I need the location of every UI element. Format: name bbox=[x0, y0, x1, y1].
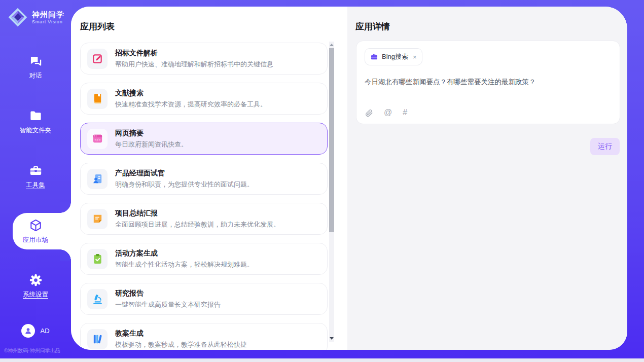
sidebar-item-label: 应用市场 bbox=[23, 236, 48, 244]
scrollbar-thumb[interactable] bbox=[329, 48, 334, 232]
app-name: 教案生成 bbox=[115, 329, 247, 338]
sidebar-item-app-market[interactable]: 应用市场 bbox=[0, 213, 71, 249]
app-desc: 明确身份和职责，为您提供专业性的面试问题。 bbox=[115, 180, 254, 189]
book-icon bbox=[92, 93, 103, 104]
at-icon[interactable]: @ bbox=[384, 108, 392, 117]
app-name: 招标文件解析 bbox=[115, 49, 273, 58]
avatar bbox=[21, 324, 35, 338]
app-list-item[interactable]: 文献搜索 快速精准查找学术资源，提高研究效率的必备工具。 bbox=[80, 83, 328, 115]
list-scrollbar[interactable] bbox=[329, 42, 334, 342]
app-list-panel: 应用列表 招标文件解析 帮助用户快速、准确地理解和解析招标书中的关键信息 bbox=[71, 7, 347, 350]
brand-logo: 神州问学 Smart Vision bbox=[7, 7, 64, 28]
brand-diamond-icon bbox=[7, 7, 28, 28]
pen-square-icon bbox=[92, 53, 103, 64]
copyright-text: ©神州数码·神州问学出品 bbox=[4, 347, 60, 354]
app-name: 网页摘要 bbox=[115, 129, 188, 138]
app-list-item[interactable]: 教案生成 模板驱动，教案秒成，教学准备从此轻松快捷 bbox=[80, 323, 328, 350]
person-icon bbox=[24, 327, 32, 335]
app-list-item[interactable]: 研究报告 一键智能生成高质量长文本研究报告 bbox=[80, 283, 328, 315]
query-text[interactable]: 今日湖北有哪些新闻要点？有哪些需要关注的最新政策？ bbox=[365, 78, 612, 87]
user-name: AD bbox=[40, 327, 49, 335]
microscope-icon bbox=[92, 293, 103, 305]
app-icon-tile: </> bbox=[87, 129, 108, 149]
app-list: 招标文件解析 帮助用户快速、准确地理解和解析招标书中的关键信息 文献搜索 bbox=[80, 43, 328, 350]
browser-code-icon: </> bbox=[92, 133, 103, 144]
content-card: 应用列表 招标文件解析 帮助用户快速、准确地理解和解析招标书中的关键信息 bbox=[71, 7, 627, 350]
app-list-item[interactable]: 产品经理面试官 明确身份和职责，为您提供专业性的面试问题。 bbox=[80, 163, 328, 195]
scroll-up-icon[interactable] bbox=[330, 44, 334, 46]
app-icon-tile bbox=[87, 249, 108, 269]
sidebar-item-label: 对话 bbox=[29, 71, 42, 80]
sidebar-item-label: 工具集 bbox=[26, 181, 45, 190]
folder-icon bbox=[29, 109, 43, 123]
app-name: 项目总结汇报 bbox=[115, 209, 280, 218]
chat-icon bbox=[29, 54, 43, 68]
app-icon-tile bbox=[87, 329, 108, 349]
gear-icon bbox=[29, 273, 43, 287]
toolbox-icon bbox=[29, 164, 43, 177]
app-name: 产品经理面试官 bbox=[115, 169, 254, 178]
brand-name: 神州问学 bbox=[32, 10, 64, 19]
app-desc: 一键智能生成高质量长文本研究报告 bbox=[115, 300, 221, 309]
app-icon-tile bbox=[87, 89, 108, 109]
sidebar-item-label: 系统设置 bbox=[23, 291, 48, 299]
svg-text:</>: </> bbox=[94, 138, 100, 142]
clipboard-check-icon bbox=[92, 253, 103, 265]
interview-doc-icon bbox=[92, 173, 103, 185]
cube-icon bbox=[29, 219, 43, 232]
sidebar-item-settings[interactable]: 系统设置 bbox=[0, 268, 71, 304]
app-desc: 智能生成个性化活动方案，轻松解决规划难题。 bbox=[115, 260, 254, 269]
attachment-toolbar: @ # bbox=[365, 108, 407, 117]
app-window: 神州问学 Smart Vision 对话 智能文件夹 bbox=[0, 0, 644, 362]
app-list-item[interactable]: 项目总结汇报 全面回顾项目进展，总结经验教训，助力未来优化发展。 bbox=[80, 203, 328, 235]
app-icon-tile bbox=[87, 209, 108, 229]
app-list-item[interactable]: 活动方案生成 智能生成个性化活动方案，轻松解决规划难题。 bbox=[80, 243, 328, 275]
scroll-down-icon[interactable] bbox=[330, 337, 334, 340]
briefcase-icon bbox=[370, 53, 378, 61]
app-desc: 模板驱动，教案秒成，教学准备从此轻松快捷 bbox=[115, 340, 247, 349]
sidebar-nav: 对话 智能文件夹 工具集 bbox=[0, 49, 71, 322]
app-list-item[interactable]: 招标文件解析 帮助用户快速、准确地理解和解析招标书中的关键信息 bbox=[80, 43, 328, 75]
tool-tag[interactable]: Bing搜索 × bbox=[365, 48, 422, 65]
app-list-item-selected[interactable]: </> 网页摘要 每日政府新闻资讯快查。 bbox=[80, 123, 328, 155]
hash-icon[interactable]: # bbox=[403, 108, 407, 117]
sidebar-item-chat[interactable]: 对话 bbox=[0, 49, 71, 85]
app-icon-tile bbox=[87, 169, 108, 189]
close-icon[interactable]: × bbox=[413, 53, 417, 61]
app-name: 研究报告 bbox=[115, 289, 221, 298]
run-button[interactable]: 运行 bbox=[590, 138, 620, 155]
app-icon-tile bbox=[87, 49, 108, 69]
app-name: 活动方案生成 bbox=[115, 249, 254, 258]
app-name: 文献搜索 bbox=[115, 89, 267, 98]
app-detail-panel: 应用详情 Bing搜索 × 今日湖北有哪些新闻要点？有哪些需要关注的最新政策？ bbox=[347, 7, 627, 350]
brand-subtitle: Smart Vision bbox=[32, 19, 64, 24]
app-desc: 快速精准查找学术资源，提高研究效率的必备工具。 bbox=[115, 100, 267, 109]
app-desc: 全面回顾项目进展，总结经验教训，助力未来优化发展。 bbox=[115, 220, 280, 229]
sidebar-item-smart-folders[interactable]: 智能文件夹 bbox=[0, 103, 71, 140]
sidebar-item-toolset[interactable]: 工具集 bbox=[0, 158, 71, 195]
query-card[interactable]: Bing搜索 × 今日湖北有哪些新闻要点？有哪些需要关注的最新政策？ @ # bbox=[356, 41, 620, 124]
app-desc: 帮助用户快速、准确地理解和解析招标书中的关键信息 bbox=[115, 60, 273, 69]
sidebar-item-label: 智能文件夹 bbox=[20, 126, 52, 135]
app-icon-tile bbox=[87, 289, 108, 309]
tool-tag-label: Bing搜索 bbox=[382, 52, 408, 61]
paperclip-icon[interactable] bbox=[365, 108, 373, 117]
note-icon bbox=[92, 213, 103, 225]
app-desc: 每日政府新闻资讯快查。 bbox=[115, 140, 188, 149]
books-icon bbox=[92, 333, 103, 345]
app-detail-title: 应用详情 bbox=[355, 21, 390, 32]
user-profile[interactable]: AD bbox=[0, 324, 71, 338]
app-list-title: 应用列表 bbox=[80, 21, 115, 32]
sidebar: 神州问学 Smart Vision 对话 智能文件夹 bbox=[0, 0, 71, 358]
